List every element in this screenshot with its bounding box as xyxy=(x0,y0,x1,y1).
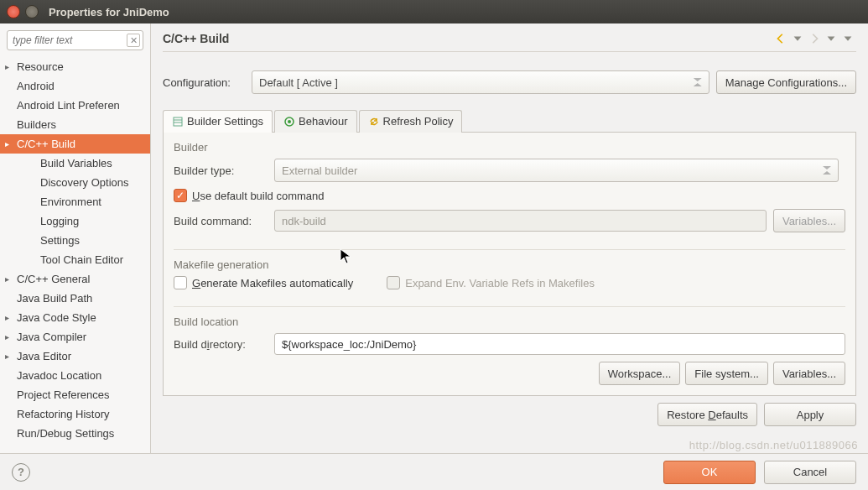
builder-group-title: Builder xyxy=(174,141,845,154)
tree-item[interactable]: Builders xyxy=(0,115,150,134)
build-command-variables-button: Variables... xyxy=(773,209,845,232)
tree-item[interactable]: Build Variables xyxy=(0,154,150,173)
window-title: Properties for JniDemo xyxy=(49,6,169,18)
tree-item[interactable]: Java Build Path xyxy=(0,289,150,308)
tree-item-label: Build Variables xyxy=(40,157,112,169)
window-close-button[interactable] xyxy=(7,5,20,18)
nav-back-icon[interactable] xyxy=(775,33,787,44)
tab-behaviour[interactable]: Behaviour xyxy=(274,110,357,133)
build-location-variables-button[interactable]: Variables... xyxy=(773,362,845,385)
filter-input[interactable] xyxy=(7,30,143,50)
tree-item[interactable]: Javadoc Location xyxy=(0,366,150,385)
use-default-build-command-checkbox[interactable] xyxy=(174,189,187,202)
menu-icon[interactable] xyxy=(842,33,854,44)
tree-item[interactable]: Settings xyxy=(0,231,150,250)
tree-item[interactable]: Project References xyxy=(0,385,150,404)
tree-item-label: C/C++ Build xyxy=(17,138,75,150)
tree-item-label: Android xyxy=(17,80,55,92)
builder-type-combo: External builder xyxy=(274,159,839,182)
filter-clear-icon[interactable]: ✕ xyxy=(127,34,140,47)
apply-button[interactable]: Apply xyxy=(764,403,856,426)
tree-item-label: Refactoring History xyxy=(17,408,110,420)
expand-env-label: Expand Env. Variable Refs in Makefiles xyxy=(405,277,595,289)
builder-settings-icon xyxy=(172,116,184,128)
tree-item-label: Run/Debug Settings xyxy=(17,427,114,440)
tree-item-label: C/C++ General xyxy=(17,273,90,285)
dropdown-forward-icon[interactable] xyxy=(825,33,837,44)
tree-item-label: Resource xyxy=(17,60,64,73)
tab-builder-settings[interactable]: Builder Settings xyxy=(163,110,273,133)
generate-makefiles-checkbox[interactable] xyxy=(174,276,187,289)
tree-item-label: Javadoc Location xyxy=(17,369,101,382)
tree-item-label: Builders xyxy=(17,118,56,131)
tree-item-label: Environment xyxy=(40,195,101,208)
use-default-build-command-label: Use default build command xyxy=(192,190,325,202)
configuration-label: Configuration: xyxy=(163,76,252,89)
svg-rect-0 xyxy=(174,117,182,126)
makefile-group-title: Makefile generation xyxy=(174,258,845,271)
tree-item[interactable]: ▸Java Editor xyxy=(0,347,150,366)
titlebar: Properties for JniDemo xyxy=(0,0,868,23)
tree-item-label: Java Code Style xyxy=(17,311,96,324)
tree-item[interactable]: Android xyxy=(0,76,150,96)
tree-item-label: Discovery Options xyxy=(40,176,128,189)
tree-item-label: Project References xyxy=(17,388,110,401)
expand-arrow-icon: ▸ xyxy=(5,62,17,71)
svg-point-4 xyxy=(288,120,291,123)
category-tree: ▸ResourceAndroidAndroid Lint PreferenBui… xyxy=(0,57,150,453)
tree-item-label: Java Editor xyxy=(17,350,71,362)
tree-item[interactable]: Discovery Options xyxy=(0,173,150,192)
tree-item[interactable]: Run/Debug Settings xyxy=(0,424,150,443)
tree-item-label: Settings xyxy=(40,234,80,247)
expand-arrow-icon: ▸ xyxy=(5,313,17,322)
build-command-input xyxy=(274,210,767,232)
tree-item-label: Logging xyxy=(40,215,79,227)
dropdown-back-icon[interactable] xyxy=(792,33,803,44)
refresh-icon xyxy=(368,116,380,128)
watermark-text: http://blog.csdn.net/u011889066 xyxy=(689,439,858,451)
tree-item-label: Java Build Path xyxy=(17,292,92,305)
tree-item[interactable]: Logging xyxy=(0,211,150,231)
manage-configurations-button[interactable]: Manage Configurations... xyxy=(716,70,856,94)
nav-forward-icon[interactable] xyxy=(808,33,820,44)
configuration-combo[interactable]: Default [ Active ] xyxy=(252,70,709,94)
tree-item[interactable]: Tool Chain Editor xyxy=(0,250,150,269)
workspace-button[interactable]: Workspace... xyxy=(599,362,681,385)
cancel-button[interactable]: Cancel xyxy=(764,461,856,484)
builder-type-label: Builder type: xyxy=(174,164,274,177)
tree-item[interactable]: ▸C/C++ General xyxy=(0,269,150,289)
tree-item[interactable]: ▸C/C++ Build xyxy=(0,134,150,154)
sidebar: ✕ ▸ResourceAndroidAndroid Lint PreferenB… xyxy=(0,23,151,453)
tree-item[interactable]: ▸Java Code Style xyxy=(0,308,150,327)
tree-item-label: Android Lint Preferen xyxy=(17,99,120,112)
behaviour-icon xyxy=(283,116,295,128)
tree-item[interactable]: Refactoring History xyxy=(0,404,150,424)
ok-button[interactable]: OK xyxy=(663,461,756,484)
tree-item[interactable]: Environment xyxy=(0,192,150,211)
expand-arrow-icon: ▸ xyxy=(5,139,17,149)
filesystem-button[interactable]: File system... xyxy=(685,362,768,385)
restore-defaults-button[interactable]: Restore Defaults xyxy=(657,403,757,426)
tree-item[interactable]: ▸Java Compiler xyxy=(0,327,150,347)
build-directory-label: Build directory: xyxy=(174,338,274,351)
tabs: Builder Settings Behaviour Refresh Polic… xyxy=(163,109,856,133)
bottom-bar: ? OK Cancel xyxy=(0,453,868,490)
expand-arrow-icon: ▸ xyxy=(5,352,17,361)
expand-arrow-icon: ▸ xyxy=(5,274,17,284)
build-command-label: Build command: xyxy=(174,215,274,227)
tree-item-label: Java Compiler xyxy=(17,331,86,343)
build-location-group-title: Build location xyxy=(174,315,845,328)
build-directory-input[interactable] xyxy=(274,333,845,355)
tab-refresh-policy[interactable]: Refresh Policy xyxy=(359,110,463,133)
builder-settings-panel: Builder Builder type: External builder U… xyxy=(163,133,856,396)
page-title: C/C++ Build xyxy=(163,32,772,45)
tree-item[interactable]: ▸Resource xyxy=(0,57,150,76)
help-icon[interactable]: ? xyxy=(12,463,30,482)
expand-arrow-icon: ▸ xyxy=(5,332,17,341)
generate-makefiles-label: Generate Makefiles automatically xyxy=(192,277,353,289)
tree-item[interactable]: Android Lint Preferen xyxy=(0,96,150,115)
tree-item-label: Tool Chain Editor xyxy=(40,253,123,266)
window-minimize-button[interactable] xyxy=(25,5,39,18)
expand-env-checkbox xyxy=(387,276,400,289)
